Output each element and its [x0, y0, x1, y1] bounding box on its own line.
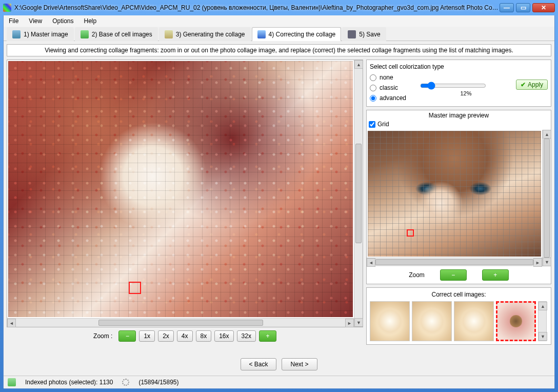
preview-zoom-in-button[interactable]: +: [482, 269, 509, 281]
correct-cells-strip: ▲ ▼: [370, 301, 548, 341]
zoom-1x-button[interactable]: 1x: [139, 330, 155, 342]
zoom-8x-button[interactable]: 8x: [196, 330, 212, 342]
zoom-in-button[interactable]: +: [259, 330, 276, 342]
preview-zoom-row: Zoom − +: [367, 266, 551, 284]
collage-grid-overlay: [8, 61, 353, 317]
cell-thumb-3[interactable]: [454, 301, 494, 341]
scroll-right-icon[interactable]: ►: [345, 319, 354, 327]
radio-none[interactable]: none: [370, 72, 416, 83]
menu-bar: File View Options Help: [4, 15, 554, 27]
scroll-thumb[interactable]: [98, 320, 263, 326]
zoom-4x-button[interactable]: 4x: [177, 330, 193, 342]
cells-vscroll[interactable]: ▲ ▼: [538, 301, 547, 341]
cell-thumb-selected[interactable]: [496, 301, 536, 341]
plus-icon: +: [266, 332, 269, 340]
apply-button[interactable]: ✔ Apply: [516, 80, 548, 90]
colorize-panel: Select cell colorization type none class…: [366, 60, 551, 107]
close-button[interactable]: ✕: [532, 3, 555, 12]
preview-title: Master image preview: [367, 110, 551, 121]
colorize-percent: 12%: [420, 90, 512, 96]
collage-canvas[interactable]: [8, 61, 353, 317]
status-progress: (15894/15895): [138, 379, 178, 386]
grid-checkbox-input[interactable]: [369, 121, 375, 128]
preview-panel: Master image preview Grid: [366, 110, 551, 284]
collage-hscroll[interactable]: ◄ ►: [7, 318, 354, 327]
hscroll-track[interactable]: [16, 319, 345, 327]
collage-zoom-row: Zoom : − 1x 2x 4x 8x 16x 32x +: [7, 327, 363, 345]
hscroll-track[interactable]: [375, 258, 533, 266]
preview-zoom-out-button[interactable]: −: [440, 269, 467, 281]
colorize-title: Select cell colorization type: [370, 63, 548, 70]
collage-vscroll[interactable]: ▲ ▼: [354, 60, 363, 327]
zoom-out-button[interactable]: −: [118, 330, 136, 342]
plus-icon: +: [493, 271, 497, 279]
scroll-left-icon[interactable]: ◄: [7, 319, 16, 327]
app-window: X:\Google Drive\ArtensoftShare\Video_APC…: [0, 0, 558, 392]
spinner-icon: [122, 379, 129, 386]
minus-icon: −: [451, 271, 455, 279]
zoom-32x-button[interactable]: 32x: [237, 330, 256, 342]
scroll-up-icon[interactable]: ▲: [539, 302, 547, 310]
scroll-thumb[interactable]: [355, 144, 362, 243]
scroll-down-icon[interactable]: ▼: [543, 258, 551, 266]
tab-label: 4) Correcting the collage: [269, 31, 336, 38]
tab-master-image[interactable]: 1) Master image: [7, 27, 74, 41]
next-button[interactable]: Next >: [282, 358, 317, 370]
status-indexed: Indexed photos (selected): 1130: [25, 379, 113, 386]
preview-grid-overlay: [368, 131, 541, 257]
zoom-2x-button[interactable]: 2x: [158, 330, 174, 342]
colorize-slider[interactable]: [420, 82, 486, 90]
wand-icon: [165, 30, 173, 38]
menu-options[interactable]: Options: [52, 17, 73, 25]
scroll-down-icon[interactable]: ▼: [539, 332, 547, 341]
preview-hscroll[interactable]: ◄ ►: [367, 258, 542, 266]
scroll-down-icon[interactable]: ▼: [354, 318, 363, 327]
vscroll-track[interactable]: [543, 139, 551, 258]
cube-icon: [257, 30, 266, 38]
client-area: File View Options Help 1) Master image 2…: [3, 15, 555, 389]
scroll-left-icon[interactable]: ◄: [367, 258, 375, 267]
minimize-button[interactable]: —: [500, 3, 514, 12]
grid-checkbox[interactable]: Grid: [367, 121, 551, 130]
tab-base-images[interactable]: 2) Base of cell images: [75, 27, 158, 41]
vscroll-track[interactable]: [539, 310, 546, 332]
preview-vscroll[interactable]: ▲ ▼: [542, 130, 551, 266]
wizard-tabstrip: 1) Master image 2) Base of cell images 3…: [4, 27, 554, 41]
left-pane: ◄ ► ▲ ▼ Zoom : −: [7, 60, 363, 345]
cell-thumb-2[interactable]: [412, 301, 452, 341]
collage-viewer: ◄ ► ▲ ▼: [7, 60, 363, 327]
add-image-icon: [81, 30, 89, 38]
info-bar: Viewing and correcting collage fragments…: [7, 44, 551, 56]
cell-thumb-1[interactable]: [370, 301, 410, 341]
scroll-thumb[interactable]: [544, 139, 550, 258]
titlebar[interactable]: X:\Google Drive\ArtensoftShare\Video_APC…: [0, 0, 558, 15]
tab-generate[interactable]: 3) Generating the collage: [159, 27, 251, 41]
zoom-16x-button[interactable]: 16x: [214, 330, 233, 342]
radio-advanced[interactable]: advanced: [370, 93, 416, 103]
scroll-up-icon[interactable]: ▲: [543, 130, 551, 139]
menu-view[interactable]: View: [29, 17, 42, 25]
correct-cells-title: Correct cell images:: [370, 291, 548, 298]
menu-help[interactable]: Help: [84, 17, 97, 25]
tab-label: 1) Master image: [24, 31, 68, 38]
image-icon: [12, 30, 21, 38]
tab-correct[interactable]: 4) Correcting the collage: [252, 27, 342, 41]
scroll-thumb[interactable]: [375, 259, 533, 265]
window-title: X:\Google Drive\ArtensoftShare\Video_APC…: [14, 4, 500, 11]
workarea: ◄ ► ▲ ▼ Zoom : −: [4, 60, 554, 348]
right-pane: Select cell colorization type none class…: [366, 60, 551, 345]
maximize-button[interactable]: ▭: [516, 3, 530, 12]
preview-canvas[interactable]: [368, 131, 541, 257]
menu-file[interactable]: File: [9, 17, 18, 25]
tab-label: 5) Save: [359, 31, 380, 38]
radio-label: none: [380, 74, 393, 81]
selected-cell-marker[interactable]: [129, 282, 141, 294]
vscroll-track[interactable]: [354, 69, 363, 318]
scroll-right-icon[interactable]: ►: [533, 258, 542, 267]
scroll-up-icon[interactable]: ▲: [354, 60, 363, 69]
back-button[interactable]: < Back: [241, 358, 276, 370]
preview-selection-marker[interactable]: [407, 229, 414, 237]
tab-save[interactable]: 5) Save: [342, 27, 386, 41]
nav-buttons: < Back Next >: [4, 348, 554, 376]
radio-classic[interactable]: classic: [370, 83, 416, 93]
